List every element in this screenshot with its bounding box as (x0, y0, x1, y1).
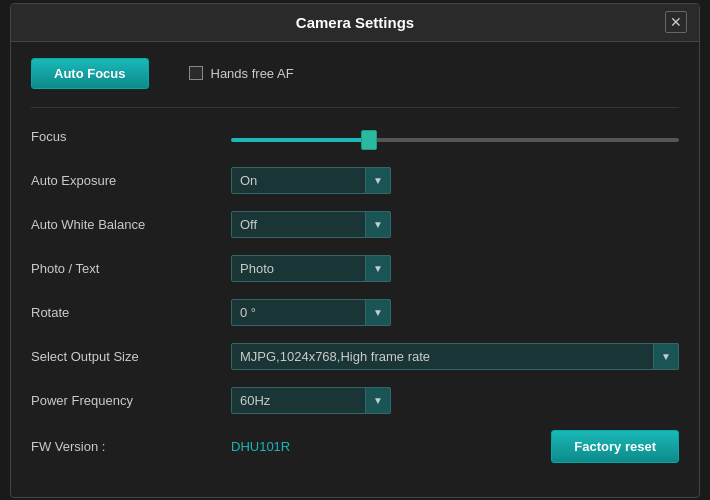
dropdown-select-3[interactable]: 0 °90 °180 °270 ° (231, 299, 391, 326)
hands-free-row: Hands free AF (189, 66, 294, 81)
settings-label-2: Photo / Text (31, 261, 231, 276)
settings-control-5: 50Hz60Hz (231, 387, 679, 414)
focus-label: Focus (31, 129, 231, 144)
settings-row-3: Rotate0 °90 °180 °270 ° (31, 298, 679, 328)
dropdown-wrapper-4: MJPG,1024x768,High frame rateMJPG,640x48… (231, 343, 679, 370)
fw-version-control: DHU101R Factory reset (231, 430, 679, 463)
settings-row-2: Photo / TextPhotoText (31, 254, 679, 284)
title-bar: Camera Settings ✕ (11, 4, 699, 42)
focus-row: Focus (31, 122, 679, 152)
settings-label-3: Rotate (31, 305, 231, 320)
dropdown-wrapper-1: OnOff (231, 211, 391, 238)
fw-version-value: DHU101R (231, 439, 535, 454)
settings-rows: Auto ExposureOnOffAuto White BalanceOnOf… (31, 166, 679, 416)
dropdown-select-0[interactable]: OnOff (231, 167, 391, 194)
camera-settings-dialog: Camera Settings ✕ Auto Focus Hands free … (10, 3, 700, 498)
dropdown-wrapper-0: OnOff (231, 167, 391, 194)
settings-row-1: Auto White BalanceOnOff (31, 210, 679, 240)
settings-control-0: OnOff (231, 167, 679, 194)
settings-label-1: Auto White Balance (31, 217, 231, 232)
settings-control-2: PhotoText (231, 255, 679, 282)
fw-version-row: FW Version : DHU101R Factory reset (31, 430, 679, 463)
top-controls-row: Auto Focus Hands free AF (31, 58, 679, 89)
hands-free-checkbox[interactable] (189, 66, 203, 80)
auto-focus-button[interactable]: Auto Focus (31, 58, 149, 89)
settings-row-0: Auto ExposureOnOff (31, 166, 679, 196)
dialog-content: Auto Focus Hands free AF Focus Auto Expo… (11, 42, 699, 497)
focus-slider-container (231, 128, 679, 146)
dropdown-wrapper-2: PhotoText (231, 255, 391, 282)
settings-control-3: 0 °90 °180 °270 ° (231, 299, 679, 326)
dropdown-select-4[interactable]: MJPG,1024x768,High frame rateMJPG,640x48… (231, 343, 679, 370)
dropdown-select-1[interactable]: OnOff (231, 211, 391, 238)
factory-reset-button[interactable]: Factory reset (551, 430, 679, 463)
dropdown-select-5[interactable]: 50Hz60Hz (231, 387, 391, 414)
focus-slider[interactable] (231, 138, 679, 142)
settings-row-4: Select Output SizeMJPG,1024x768,High fra… (31, 342, 679, 372)
close-button[interactable]: ✕ (665, 11, 687, 33)
dropdown-wrapper-5: 50Hz60Hz (231, 387, 391, 414)
settings-label-0: Auto Exposure (31, 173, 231, 188)
divider (31, 107, 679, 108)
settings-control-4: MJPG,1024x768,High frame rateMJPG,640x48… (231, 343, 679, 370)
settings-row-5: Power Frequency50Hz60Hz (31, 386, 679, 416)
dialog-title: Camera Settings (296, 14, 414, 31)
settings-label-4: Select Output Size (31, 349, 231, 364)
settings-control-1: OnOff (231, 211, 679, 238)
dropdown-wrapper-3: 0 °90 °180 °270 ° (231, 299, 391, 326)
dropdown-select-2[interactable]: PhotoText (231, 255, 391, 282)
fw-version-label: FW Version : (31, 439, 231, 454)
hands-free-label: Hands free AF (211, 66, 294, 81)
settings-label-5: Power Frequency (31, 393, 231, 408)
